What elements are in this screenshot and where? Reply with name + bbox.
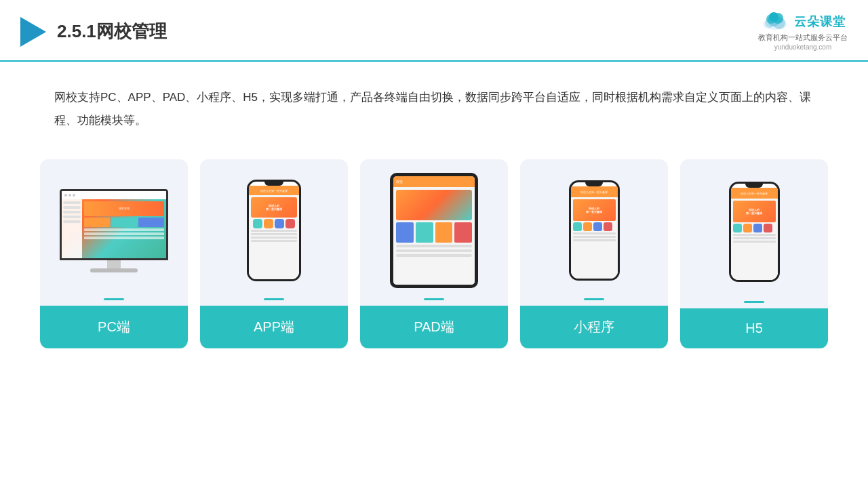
page-title: 2.5.1网校管理 [57, 20, 167, 43]
card-h5-image: 职进人的第一堂兴趣课 职进人的 第一堂兴趣课 [680, 159, 828, 301]
logo-area: 云朵课堂 教育机构一站式服务云平台 yunduoketang.com [758, 12, 848, 51]
play-icon [20, 17, 46, 47]
card-decoration [424, 298, 444, 300]
logo-brand: 云朵课堂 [794, 14, 846, 30]
card-pad-label: PAD端 [360, 306, 508, 348]
card-miniapp-image: 职进人的第一堂兴趣课 职进人的 第一堂兴趣课 [520, 159, 668, 298]
card-miniapp: 职进人的第一堂兴趣课 职进人的 第一堂兴趣课 [520, 159, 668, 348]
svg-point-6 [769, 12, 778, 22]
card-pc: 课堂管理 [40, 159, 188, 348]
tablet-pad: 课堂 [390, 173, 478, 288]
cloud-icon [760, 12, 790, 31]
pc-monitor: 课堂管理 [60, 189, 168, 272]
description: 网校支持PC、APP、PAD、小程序、H5，实现多端打通，产品各终端自由切换，数… [0, 62, 868, 146]
monitor-screen: 课堂管理 [60, 189, 168, 260]
phone-app: 职进人的第一堂兴趣课 职进人的 第一堂兴趣课 [247, 180, 301, 281]
card-decoration [264, 298, 284, 300]
card-pad: 课堂 [360, 159, 508, 348]
card-decoration [584, 298, 604, 300]
description-text: 网校支持PC、APP、PAD、小程序、H5，实现多端打通，产品各终端自由切换，数… [54, 91, 811, 127]
card-app-image: 职进人的第一堂兴趣课 职进人的 第一堂兴趣课 [200, 159, 348, 298]
phone-miniapp: 职进人的第一堂兴趣课 职进人的 第一堂兴趣课 [569, 180, 620, 281]
card-pad-image: 课堂 [360, 159, 508, 298]
header-left: 2.5.1网校管理 [20, 17, 167, 47]
header: 2.5.1网校管理 云朵课堂 教育机构一站式服务云平台 yunduoketang… [0, 0, 868, 62]
card-h5: 职进人的第一堂兴趣课 职进人的 第一堂兴趣课 [680, 159, 828, 348]
card-miniapp-label: 小程序 [520, 306, 668, 348]
card-h5-label: H5 [680, 308, 828, 348]
cards-container: 课堂管理 [0, 146, 868, 369]
card-decoration [744, 301, 764, 303]
logo-url: yunduoketang.com [774, 43, 832, 51]
card-app-label: APP端 [200, 306, 348, 348]
card-pc-label: PC端 [40, 306, 188, 348]
card-pc-image: 课堂管理 [40, 159, 188, 298]
card-app: 职进人的第一堂兴趣课 职进人的 第一堂兴趣课 [200, 159, 348, 348]
logo-tagline: 教育机构一站式服务云平台 [758, 33, 848, 43]
logo-cloud: 云朵课堂 [760, 12, 846, 31]
phone-h5: 职进人的第一堂兴趣课 职进人的 第一堂兴趣课 [729, 182, 780, 282]
card-decoration [104, 298, 124, 300]
